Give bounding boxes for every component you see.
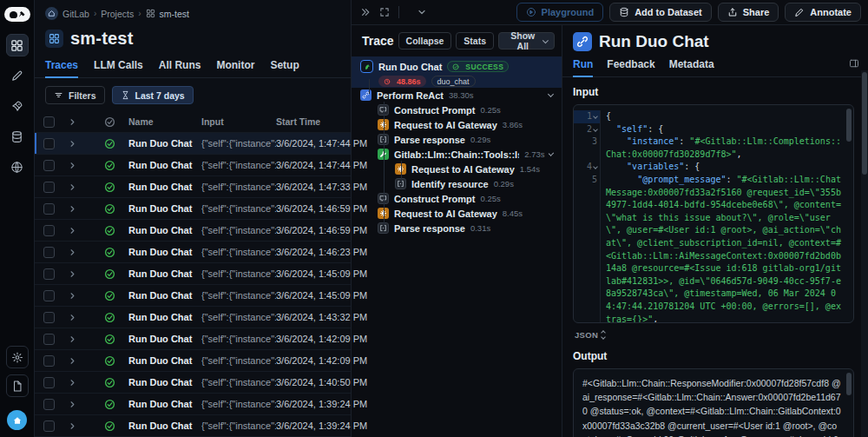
row-expand-chevron-icon[interactable]	[68, 313, 90, 322]
detail-scroll-track[interactable]	[861, 70, 868, 437]
run-name-cell[interactable]: Run Duo Chat	[128, 312, 201, 322]
row-checkbox[interactable]	[43, 268, 55, 280]
hub-globe-icon[interactable]	[6, 156, 29, 178]
tab-llm-calls[interactable]: LLM Calls	[94, 59, 143, 77]
run-name-cell[interactable]: Run Duo Chat	[128, 334, 201, 344]
row-expand-chevron-icon[interactable]	[68, 356, 90, 366]
run-name-cell[interactable]: Run Duo Chat	[128, 290, 201, 301]
row-checkbox[interactable]	[43, 138, 55, 149]
tab-all-runs[interactable]: All Runs	[159, 59, 201, 77]
row-checkbox[interactable]	[43, 182, 55, 193]
table-row[interactable]: Run Duo Chat{"self":{"instance":"#...3/6…	[35, 371, 351, 393]
row-checkbox[interactable]	[43, 334, 55, 345]
run-name-cell[interactable]: Run Duo Chat	[128, 138, 201, 149]
run-name-cell[interactable]: Run Duo Chat	[128, 160, 201, 170]
expand-all-chevron-icon[interactable]	[68, 117, 90, 127]
chevron-down-icon[interactable]	[549, 150, 554, 156]
line-number[interactable]: 2	[574, 123, 600, 136]
side-panel-toggle-icon[interactable]	[849, 56, 859, 72]
row-checkbox[interactable]	[43, 377, 55, 388]
run-name-cell[interactable]: Run Duo Chat	[128, 355, 201, 366]
filters-button[interactable]: Filters	[45, 86, 105, 104]
row-expand-chevron-icon[interactable]	[68, 378, 90, 387]
add-to-dataset-button[interactable]: Add to Dataset	[609, 3, 712, 22]
table-row[interactable]: Run Duo Chat{"self":{"instance":"#...3/6…	[35, 197, 351, 219]
row-expand-chevron-icon[interactable]	[68, 248, 90, 257]
breadcrumb-projects[interactable]: Projects	[101, 9, 134, 19]
run-tag[interactable]: duo_chat	[431, 76, 476, 87]
table-row[interactable]: Run Duo Chat{"self":{"instance":"#...3/6…	[35, 262, 351, 284]
format-selector[interactable]: JSON	[575, 330, 598, 340]
table-row[interactable]: Run Duo Chat{"self":{"instance":"#...3/6…	[35, 154, 351, 175]
home-icon[interactable]	[45, 7, 58, 20]
row-checkbox[interactable]	[43, 160, 55, 171]
show-all-button[interactable]: Show All	[498, 32, 555, 50]
row-expand-chevron-icon[interactable]	[68, 139, 90, 149]
tab-monitor[interactable]: Monitor	[216, 59, 254, 77]
row-checkbox[interactable]	[43, 225, 55, 236]
settings-gear-icon[interactable]	[6, 346, 29, 368]
row-expand-chevron-icon[interactable]	[68, 269, 90, 279]
row-checkbox[interactable]	[43, 420, 55, 432]
row-checkbox[interactable]	[43, 290, 55, 301]
run-name-cell[interactable]: Run Duo Chat	[128, 377, 201, 387]
run-name-cell[interactable]: Run Duo Chat	[128, 420, 201, 431]
run-name-cell[interactable]: Run Duo Chat	[128, 182, 201, 192]
select-all-checkbox[interactable]	[43, 116, 55, 128]
breadcrumb-gitlab[interactable]: GitLab	[62, 9, 89, 19]
next-run-chevron-icon[interactable]	[417, 7, 427, 17]
row-expand-chevron-icon[interactable]	[68, 421, 90, 431]
output-scrollbar[interactable]	[846, 373, 852, 395]
format-sort-icon[interactable]	[602, 331, 605, 339]
row-expand-chevron-icon[interactable]	[68, 182, 90, 192]
deployments-rocket-icon[interactable]	[6, 95, 29, 117]
input-scrollbar[interactable]	[846, 109, 852, 142]
table-row[interactable]: Run Duo Chat{"self":{"instance":"#...3/6…	[35, 219, 351, 241]
tab-traces[interactable]: Traces	[45, 59, 78, 77]
date-range-button[interactable]: Last 7 days	[112, 86, 194, 104]
run-tab-feedback[interactable]: Feedback	[607, 58, 654, 76]
column-start-time[interactable]: Start Time	[276, 116, 351, 127]
table-row[interactable]: Run Duo Chat{"self":{"instance":"#...3/6…	[35, 284, 351, 306]
run-tab-run[interactable]: Run	[573, 58, 593, 76]
trace-root-node[interactable]: Run Duo Chat SUCCESS 48.86s duo_chat	[352, 56, 562, 88]
annotate-button[interactable]: Annotate	[785, 3, 861, 22]
run-tab-metadata[interactable]: Metadata	[669, 58, 714, 76]
table-row[interactable]: Run Duo Chat{"self":{"instance":"#...3/6…	[35, 306, 351, 328]
table-row[interactable]: Run Duo Chat{"self":{"instance":"#...3/6…	[35, 414, 351, 436]
row-checkbox[interactable]	[43, 399, 55, 410]
run-name-cell[interactable]: Run Duo Chat	[128, 225, 201, 235]
run-name-cell[interactable]: Run Duo Chat	[128, 399, 201, 409]
org-avatar[interactable]	[7, 410, 27, 430]
langsmith-logo[interactable]	[4, 7, 30, 22]
row-expand-chevron-icon[interactable]	[68, 291, 90, 301]
table-row[interactable]: Run Duo Chat{"self":{"instance":"#...3/6…	[35, 393, 351, 414]
fullscreen-icon[interactable]	[379, 7, 390, 17]
table-row[interactable]: Run Duo Chat{"self":{"instance":"#...3/6…	[35, 241, 351, 262]
chevron-down-icon[interactable]	[548, 91, 554, 97]
row-expand-chevron-icon[interactable]	[68, 334, 90, 344]
annotations-pencil-icon[interactable]	[6, 64, 29, 87]
row-checkbox[interactable]	[43, 203, 55, 215]
run-name-cell[interactable]: Run Duo Chat	[128, 203, 201, 214]
run-name-cell[interactable]: Run Duo Chat	[128, 247, 201, 257]
line-number[interactable]: 1	[574, 110, 600, 123]
table-row[interactable]: Run Duo Chat{"self":{"instance":"#...3/6…	[35, 175, 351, 197]
row-checkbox[interactable]	[43, 355, 55, 367]
row-expand-chevron-icon[interactable]	[68, 204, 90, 214]
datasets-database-icon[interactable]	[6, 125, 29, 148]
projects-grid-icon[interactable]	[6, 34, 29, 56]
table-row[interactable]: Run Duo Chat{"self":{"instance":"#...3/6…	[35, 349, 351, 371]
share-button[interactable]: Share	[718, 3, 779, 22]
trace-node[interactable]: Perform ReAct38.30s	[352, 88, 562, 103]
input-code-viewer[interactable]: 1{2 "self": {3 "instance": "#<Gitlab::Ll…	[573, 104, 854, 323]
docs-file-icon[interactable]	[6, 374, 29, 397]
stats-button[interactable]: Stats	[456, 32, 494, 50]
tab-setup[interactable]: Setup	[270, 59, 299, 77]
row-expand-chevron-icon[interactable]	[68, 400, 90, 409]
table-row[interactable]: Run Duo Chat{"self":{"instance":"#...3/6…	[35, 132, 351, 154]
collapse-panel-icon[interactable]	[360, 7, 371, 17]
column-input[interactable]: Input	[201, 116, 276, 127]
row-checkbox[interactable]	[43, 312, 55, 323]
row-expand-chevron-icon[interactable]	[68, 161, 90, 170]
